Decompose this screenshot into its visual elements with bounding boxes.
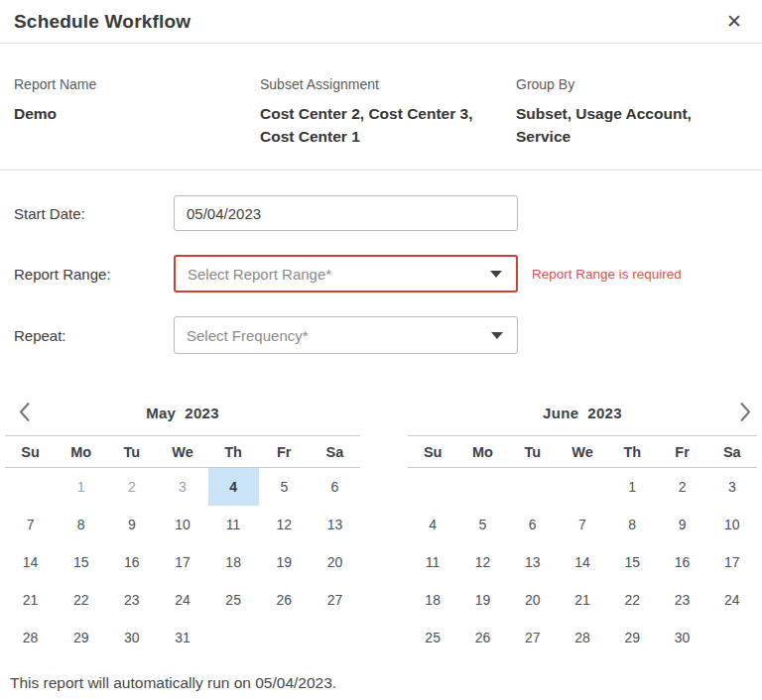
year-label: 2023 bbox=[587, 405, 622, 421]
calendar-day[interactable]: 16 bbox=[106, 543, 157, 581]
dialog-footer: This report will automatically run on 05… bbox=[10, 674, 336, 692]
calendar-day[interactable]: 12 bbox=[457, 543, 507, 581]
weekday-label: Th bbox=[607, 444, 657, 460]
calendar-day[interactable]: 10 bbox=[707, 506, 757, 543]
repeat-select[interactable]: Select Frequency* bbox=[174, 316, 518, 354]
calendar-day[interactable]: 11 bbox=[408, 543, 457, 581]
calendar-day[interactable]: 30 bbox=[106, 619, 157, 656]
weekday-header-row: SuMoTuWeThFrSa bbox=[408, 435, 757, 468]
calendar-day[interactable]: 23 bbox=[106, 581, 157, 619]
empty-day-cell bbox=[457, 468, 507, 506]
calendar-day[interactable]: 21 bbox=[5, 581, 56, 619]
calendar-day[interactable]: 24 bbox=[157, 581, 207, 619]
calendar-day[interactable]: 22 bbox=[56, 581, 106, 619]
start-date-input[interactable] bbox=[174, 195, 518, 231]
calendar-day[interactable]: 6 bbox=[310, 468, 360, 506]
calendar-day[interactable]: 17 bbox=[157, 543, 207, 581]
calendar-day[interactable]: 26 bbox=[457, 619, 507, 656]
report-range-select[interactable]: Select Report Range* bbox=[174, 255, 518, 292]
weekday-label: Sa bbox=[310, 444, 360, 460]
weekday-label: Mo bbox=[56, 444, 106, 460]
calendar-day[interactable]: 13 bbox=[310, 506, 360, 543]
empty-day-cell bbox=[558, 468, 607, 506]
summary-report-name: Report Name Demo bbox=[14, 76, 260, 148]
calendar-day-disabled: 2 bbox=[106, 468, 157, 506]
calendar-day[interactable]: 29 bbox=[56, 619, 106, 656]
calendar-day[interactable]: 7 bbox=[558, 506, 607, 543]
calendar-day[interactable]: 15 bbox=[56, 543, 106, 581]
calendar-day[interactable]: 19 bbox=[259, 543, 310, 581]
calendar-day[interactable]: 8 bbox=[607, 506, 657, 543]
calendar-day[interactable]: 13 bbox=[508, 543, 558, 581]
calendar-day[interactable]: 9 bbox=[657, 506, 706, 543]
calendar-week-row: 78910111213 bbox=[5, 506, 360, 543]
weekday-label: Fr bbox=[657, 444, 706, 460]
calendar-day[interactable]: 19 bbox=[457, 581, 507, 619]
repeat-label: Repeat: bbox=[14, 327, 174, 344]
calendar-day[interactable]: 10 bbox=[157, 506, 207, 543]
calendar-day[interactable]: 20 bbox=[508, 581, 558, 619]
calendar-day[interactable]: 15 bbox=[607, 543, 657, 581]
dialog-header: Schedule Workflow ✕ bbox=[0, 0, 762, 43]
calendar-day[interactable]: 11 bbox=[208, 506, 259, 543]
calendar-day[interactable]: 25 bbox=[208, 581, 259, 619]
next-month-icon[interactable] bbox=[735, 398, 755, 428]
calendar-day[interactable]: 1 bbox=[607, 468, 657, 506]
calendar-day[interactable]: 14 bbox=[5, 543, 56, 581]
calendar-day[interactable]: 14 bbox=[558, 543, 607, 581]
calendar-week-row: 123456 bbox=[5, 468, 360, 506]
calendar-day[interactable]: 29 bbox=[607, 619, 657, 656]
report-name-label: Report Name bbox=[14, 76, 260, 92]
weekday-label: Th bbox=[208, 444, 259, 460]
calendar-day[interactable]: 31 bbox=[157, 619, 207, 656]
calendar-day[interactable]: 30 bbox=[657, 619, 706, 656]
calendar-may-nav: May2023 bbox=[5, 391, 360, 435]
report-range-error: Report Range is required bbox=[532, 267, 682, 282]
report-range-label: Report Range: bbox=[14, 266, 174, 283]
weekday-label: Su bbox=[408, 444, 457, 460]
calendar-day[interactable]: 4 bbox=[408, 506, 457, 543]
calendar-day[interactable]: 18 bbox=[208, 543, 259, 581]
calendar-day[interactable]: 7 bbox=[5, 506, 56, 543]
year-label: 2023 bbox=[185, 405, 219, 421]
calendar-week-row: 252627282930 bbox=[408, 619, 757, 656]
calendar-day[interactable]: 22 bbox=[607, 581, 657, 619]
empty-day-cell bbox=[508, 468, 558, 506]
calendar-june-nav: June2023 bbox=[408, 391, 757, 435]
calendar-day[interactable]: 27 bbox=[310, 581, 360, 619]
calendar-day[interactable]: 20 bbox=[310, 543, 360, 581]
calendar-day[interactable]: 3 bbox=[707, 468, 757, 506]
calendar-day[interactable]: 18 bbox=[408, 581, 457, 619]
calendar-day[interactable]: 23 bbox=[657, 581, 706, 619]
calendar-day[interactable]: 21 bbox=[558, 581, 607, 619]
weekday-label: Tu bbox=[106, 444, 157, 460]
calendar-day[interactable]: 28 bbox=[558, 619, 607, 656]
report-range-placeholder: Select Report Range* bbox=[188, 266, 331, 283]
calendar-day-selected[interactable]: 4 bbox=[208, 468, 259, 506]
calendar-day[interactable]: 27 bbox=[508, 619, 558, 656]
caret-down-icon bbox=[490, 271, 502, 278]
close-icon[interactable]: ✕ bbox=[722, 10, 746, 33]
calendar-day[interactable]: 2 bbox=[657, 468, 706, 506]
weekday-label: Su bbox=[5, 444, 56, 460]
calendar-day[interactable]: 9 bbox=[106, 506, 157, 543]
calendar-day[interactable]: 28 bbox=[5, 619, 56, 656]
calendar-day[interactable]: 12 bbox=[259, 506, 310, 543]
calendar-day[interactable]: 5 bbox=[259, 468, 310, 506]
date-range-calendars: May2023 SuMoTuWeThFrSa 12345678910111213… bbox=[0, 391, 762, 656]
calendar-day[interactable]: 25 bbox=[408, 619, 457, 656]
empty-day-cell bbox=[707, 619, 757, 656]
previous-month-icon[interactable] bbox=[15, 398, 35, 428]
weekday-label: We bbox=[558, 444, 607, 460]
calendar-day[interactable]: 6 bbox=[508, 506, 558, 543]
calendar-day[interactable]: 24 bbox=[707, 581, 757, 619]
repeat-placeholder: Select Frequency* bbox=[187, 327, 309, 344]
calendar-day[interactable]: 16 bbox=[657, 543, 706, 581]
weekday-header-row: SuMoTuWeThFrSa bbox=[5, 435, 360, 468]
calendar-day[interactable]: 8 bbox=[56, 506, 106, 543]
calendar-day[interactable]: 17 bbox=[707, 543, 757, 581]
calendar-week-row: 28293031 bbox=[5, 619, 360, 656]
calendar-week-row: 14151617181920 bbox=[5, 543, 360, 581]
calendar-day[interactable]: 26 bbox=[259, 581, 310, 619]
calendar-day[interactable]: 5 bbox=[457, 506, 507, 543]
